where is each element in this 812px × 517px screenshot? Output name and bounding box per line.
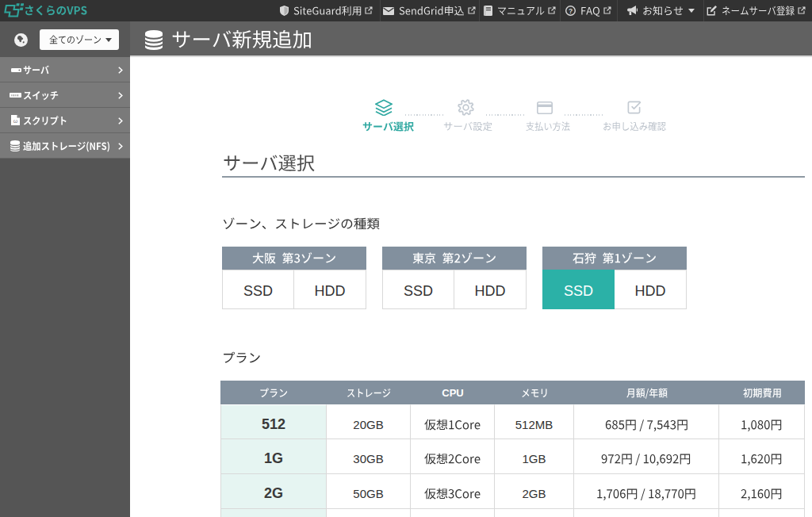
- svg-text:ω: ω: [13, 118, 18, 124]
- svg-text:?: ?: [569, 7, 573, 15]
